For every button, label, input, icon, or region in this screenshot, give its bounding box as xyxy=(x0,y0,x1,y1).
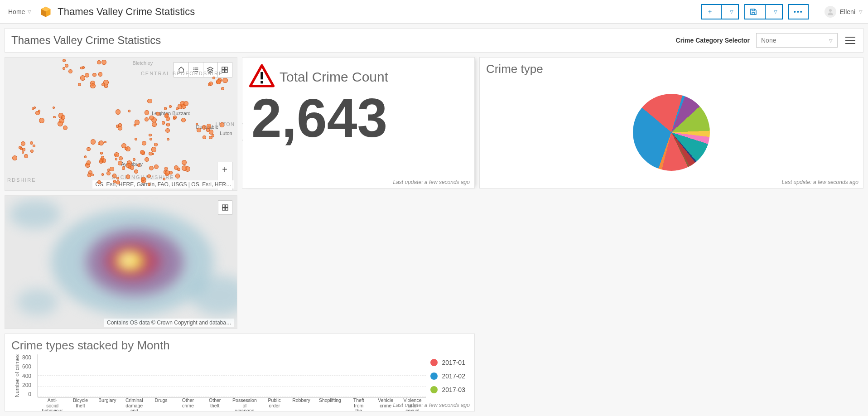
home-extent-icon[interactable] xyxy=(174,63,188,77)
chevron-down-icon: ▽ xyxy=(28,9,31,14)
x-axis-label: Theftfromtheperson xyxy=(349,398,368,411)
zoom-in-button[interactable]: + xyxy=(217,162,232,177)
crime-category-selector[interactable]: None ▽ xyxy=(756,33,838,48)
x-axis-label: Possessionofweapons xyxy=(232,398,257,411)
legend-item: 2017-01 xyxy=(442,359,465,366)
svg-rect-8 xyxy=(225,67,227,69)
chevron-down-icon: ▽ xyxy=(769,5,782,19)
add-button[interactable]: ＋ ▽ xyxy=(701,4,739,19)
avatar-icon xyxy=(825,6,836,18)
svg-point-3 xyxy=(829,9,832,12)
card-stacked-bar: Crime types stacked by Month Number of c… xyxy=(5,334,475,411)
user-name: Elleni xyxy=(840,8,855,15)
save-icon xyxy=(745,5,762,19)
ellipsis-icon: ••• xyxy=(794,8,803,15)
app-topbar: Home ▽ Thames Valley Crime Statistics ＋ … xyxy=(0,0,868,24)
basemap-icon[interactable] xyxy=(217,63,232,77)
svg-rect-11 xyxy=(222,205,225,207)
map-label: Luton xyxy=(220,131,232,136)
card-title: Crime types stacked by Month xyxy=(5,334,474,353)
x-axis-label: Shoplifting xyxy=(319,398,341,411)
chevron-down-icon: ▽ xyxy=(725,5,738,19)
y-axis-label: Number of crimes xyxy=(14,354,20,397)
map-label: RDSHIRE xyxy=(7,177,36,183)
user-menu[interactable]: Elleni ▽ xyxy=(817,6,863,18)
svg-rect-12 xyxy=(226,205,228,207)
x-axis-label: Othercrime xyxy=(178,398,197,411)
page-title: Thames Valley Crime Statistics xyxy=(58,6,195,18)
selector-value: None xyxy=(761,37,776,44)
svg-rect-6 xyxy=(260,81,263,83)
legend-item: 2017-03 xyxy=(442,386,465,393)
map-label: LUTON xyxy=(216,121,235,127)
x-axis-label: Criminaldamageandarson xyxy=(125,398,144,411)
card-total-crime: ▷ Total Crime Count 2,643 Last update: a… xyxy=(242,57,475,189)
last-update: Last update: a few seconds ago xyxy=(782,179,858,185)
card-title: Crime type xyxy=(480,58,863,76)
maps-column: + − Aylesbury CENTRAL BEDFORDSHIRE BUCKI… xyxy=(5,57,237,329)
last-update: Last update: a few seconds ago xyxy=(393,402,469,408)
total-value: 2,643 xyxy=(242,91,474,150)
selector-label: Crime Category Selector xyxy=(676,37,750,44)
basemap-icon[interactable] xyxy=(218,200,232,215)
svg-rect-7 xyxy=(222,67,224,69)
map-attribution: Contains OS data © Crown Copyright and d… xyxy=(104,319,234,327)
layers-icon[interactable] xyxy=(203,63,217,77)
total-title: Total Crime Count xyxy=(280,69,388,85)
dashboard: Thames Valley Crime Statistics Crime Cat… xyxy=(0,24,868,416)
svg-rect-14 xyxy=(226,208,228,210)
svg-rect-5 xyxy=(260,72,263,79)
dashboard-grid: ▷ Total Crime Count 2,643 Last update: a… xyxy=(5,57,863,411)
expand-handle[interactable]: ▷ xyxy=(242,123,243,141)
crime-heatmap[interactable]: Aylesbury Contains OS data © Crown Copyr… xyxy=(5,195,237,329)
card-crime-type-pie: Crime type Last update: a few seconds ag… xyxy=(479,57,863,189)
more-button[interactable]: ••• xyxy=(788,4,809,19)
map-tools xyxy=(218,200,232,215)
x-axis-label: Publicorder xyxy=(265,398,284,411)
home-dropdown[interactable]: Home ▽ xyxy=(5,6,34,17)
app-logo-icon xyxy=(39,5,52,18)
x-axis-label: Bicycletheft xyxy=(71,398,90,411)
chevron-down-icon: ▽ xyxy=(859,9,863,14)
svg-rect-10 xyxy=(225,70,227,73)
x-axis-label: Othertheft xyxy=(206,398,224,411)
x-axis-label: Burglary xyxy=(98,398,116,411)
map-tools xyxy=(174,62,232,77)
chart-legend: 2017-01 2017-02 2017-03 xyxy=(430,354,470,397)
x-axis-label: Drugs xyxy=(152,398,170,411)
map-label: Bletchley xyxy=(133,60,153,66)
dashboard-header: Thames Valley Crime Statistics Crime Cat… xyxy=(5,28,863,53)
home-label: Home xyxy=(8,8,25,15)
x-axis-label: Vehiclecrime xyxy=(376,398,395,411)
save-button[interactable]: ▽ xyxy=(744,4,783,19)
svg-rect-9 xyxy=(222,70,224,73)
x-axis-label: Anti-socialbehaviour xyxy=(42,398,63,411)
y-axis-ticks: 8006004002000 xyxy=(20,354,33,397)
crime-type-pie-chart[interactable] xyxy=(633,94,710,171)
x-axis-label: Robbery xyxy=(292,398,311,411)
dashboard-title: Thames Valley Crime Statistics xyxy=(11,34,161,47)
legend-item: 2017-02 xyxy=(442,372,465,380)
menu-button[interactable] xyxy=(844,34,857,47)
stacked-bar-chart[interactable]: Anti-socialbehaviourBicycletheftBurglary… xyxy=(38,354,426,397)
legend-icon[interactable] xyxy=(188,63,203,77)
last-update: Last update: a few seconds ago xyxy=(393,179,469,185)
svg-rect-13 xyxy=(222,208,225,210)
chevron-down-icon: ▽ xyxy=(829,38,833,43)
warning-icon xyxy=(249,63,275,91)
crime-points-map[interactable]: + − Aylesbury CENTRAL BEDFORDSHIRE BUCKI… xyxy=(5,57,237,191)
plus-icon: ＋ xyxy=(702,5,718,19)
